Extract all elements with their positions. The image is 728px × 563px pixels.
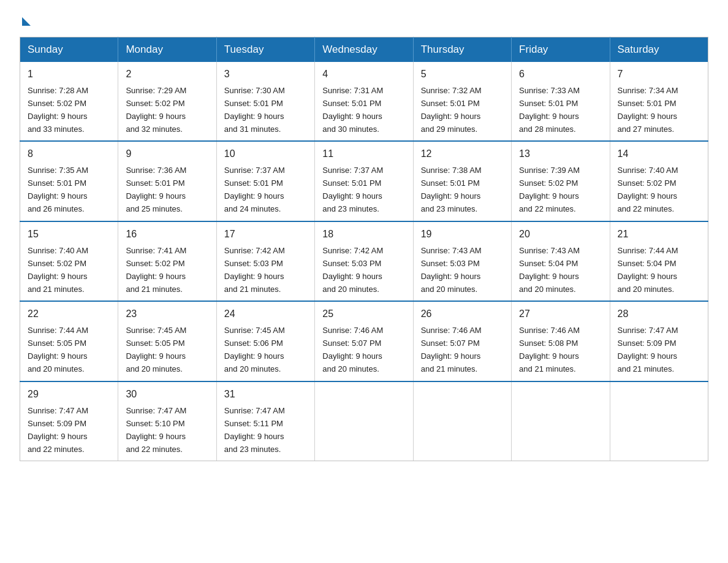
week-row-3: 15Sunrise: 7:40 AMSunset: 5:02 PMDayligh… <box>20 221 708 301</box>
day-number: 28 <box>618 307 700 322</box>
day-info: Sunrise: 7:44 AMSunset: 5:04 PMDaylight:… <box>618 246 678 294</box>
day-info: Sunrise: 7:42 AMSunset: 5:03 PMDaylight:… <box>322 246 383 294</box>
calendar-cell: 11Sunrise: 7:37 AMSunset: 5:01 PMDayligh… <box>315 141 413 221</box>
weekday-header-row: SundayMondayTuesdayWednesdayThursdayFrid… <box>20 37 708 63</box>
calendar-cell: 7Sunrise: 7:34 AMSunset: 5:01 PMDaylight… <box>610 62 708 141</box>
day-number: 10 <box>224 147 307 162</box>
logo <box>20 15 31 26</box>
calendar-cell: 3Sunrise: 7:30 AMSunset: 5:01 PMDaylight… <box>216 62 314 141</box>
day-number: 4 <box>322 67 405 82</box>
calendar-cell: 17Sunrise: 7:42 AMSunset: 5:03 PMDayligh… <box>216 221 314 301</box>
calendar-cell <box>512 381 610 461</box>
day-number: 18 <box>322 227 405 242</box>
header <box>20 15 708 26</box>
day-number: 15 <box>28 227 110 242</box>
calendar-cell: 28Sunrise: 7:47 AMSunset: 5:09 PMDayligh… <box>610 301 708 381</box>
calendar-cell: 16Sunrise: 7:41 AMSunset: 5:02 PMDayligh… <box>118 221 216 301</box>
day-number: 24 <box>224 307 307 322</box>
day-number: 7 <box>618 67 700 82</box>
calendar-cell: 14Sunrise: 7:40 AMSunset: 5:02 PMDayligh… <box>610 141 708 221</box>
day-number: 17 <box>224 227 307 242</box>
calendar-cell: 20Sunrise: 7:43 AMSunset: 5:04 PMDayligh… <box>512 221 610 301</box>
day-number: 16 <box>126 227 208 242</box>
day-info: Sunrise: 7:29 AMSunset: 5:02 PMDaylight:… <box>126 86 186 134</box>
day-info: Sunrise: 7:42 AMSunset: 5:03 PMDaylight:… <box>224 246 285 294</box>
day-info: Sunrise: 7:31 AMSunset: 5:01 PMDaylight:… <box>322 86 383 134</box>
weekday-header-sunday: Sunday <box>20 37 118 63</box>
day-number: 27 <box>519 307 602 322</box>
day-number: 21 <box>618 227 700 242</box>
weekday-header-saturday: Saturday <box>610 37 708 63</box>
calendar-cell <box>315 381 413 461</box>
day-info: Sunrise: 7:39 AMSunset: 5:02 PMDaylight:… <box>519 166 580 213</box>
day-info: Sunrise: 7:30 AMSunset: 5:01 PMDaylight:… <box>224 86 285 134</box>
day-info: Sunrise: 7:45 AMSunset: 5:05 PMDaylight:… <box>126 326 186 373</box>
day-number: 26 <box>421 307 504 322</box>
day-number: 20 <box>519 227 602 242</box>
day-info: Sunrise: 7:46 AMSunset: 5:08 PMDaylight:… <box>519 326 580 373</box>
day-number: 29 <box>28 387 110 402</box>
day-info: Sunrise: 7:37 AMSunset: 5:01 PMDaylight:… <box>322 166 383 213</box>
calendar-cell: 31Sunrise: 7:47 AMSunset: 5:11 PMDayligh… <box>216 381 314 461</box>
day-info: Sunrise: 7:46 AMSunset: 5:07 PMDaylight:… <box>322 326 383 373</box>
calendar-cell <box>610 381 708 461</box>
calendar-cell: 15Sunrise: 7:40 AMSunset: 5:02 PMDayligh… <box>20 221 118 301</box>
calendar-cell <box>413 381 511 461</box>
day-info: Sunrise: 7:33 AMSunset: 5:01 PMDaylight:… <box>519 86 580 134</box>
day-number: 25 <box>322 307 405 322</box>
day-info: Sunrise: 7:46 AMSunset: 5:07 PMDaylight:… <box>421 326 482 373</box>
weekday-header-tuesday: Tuesday <box>216 37 314 63</box>
day-info: Sunrise: 7:32 AMSunset: 5:01 PMDaylight:… <box>421 86 482 134</box>
day-number: 14 <box>618 147 700 162</box>
calendar-cell: 18Sunrise: 7:42 AMSunset: 5:03 PMDayligh… <box>315 221 413 301</box>
calendar-cell: 26Sunrise: 7:46 AMSunset: 5:07 PMDayligh… <box>413 301 511 381</box>
day-info: Sunrise: 7:43 AMSunset: 5:04 PMDaylight:… <box>519 246 580 294</box>
day-number: 6 <box>519 67 602 82</box>
calendar-cell: 19Sunrise: 7:43 AMSunset: 5:03 PMDayligh… <box>413 221 511 301</box>
day-number: 12 <box>421 147 504 162</box>
calendar-cell: 29Sunrise: 7:47 AMSunset: 5:09 PMDayligh… <box>20 381 118 461</box>
day-info: Sunrise: 7:28 AMSunset: 5:02 PMDaylight:… <box>28 86 88 134</box>
day-info: Sunrise: 7:45 AMSunset: 5:06 PMDaylight:… <box>224 326 285 373</box>
weekday-header-wednesday: Wednesday <box>315 37 413 63</box>
weekday-header-monday: Monday <box>118 37 216 63</box>
day-info: Sunrise: 7:38 AMSunset: 5:01 PMDaylight:… <box>421 166 482 213</box>
day-info: Sunrise: 7:47 AMSunset: 5:10 PMDaylight:… <box>126 406 186 454</box>
day-number: 11 <box>322 147 405 162</box>
day-number: 9 <box>126 147 208 162</box>
logo-triangle-icon <box>22 17 31 26</box>
day-info: Sunrise: 7:41 AMSunset: 5:02 PMDaylight:… <box>126 246 186 294</box>
calendar-cell: 21Sunrise: 7:44 AMSunset: 5:04 PMDayligh… <box>610 221 708 301</box>
day-info: Sunrise: 7:35 AMSunset: 5:01 PMDaylight:… <box>28 166 88 213</box>
weekday-header-thursday: Thursday <box>413 37 511 63</box>
day-number: 19 <box>421 227 504 242</box>
calendar-cell: 27Sunrise: 7:46 AMSunset: 5:08 PMDayligh… <box>512 301 610 381</box>
day-info: Sunrise: 7:43 AMSunset: 5:03 PMDaylight:… <box>421 246 482 294</box>
day-info: Sunrise: 7:47 AMSunset: 5:09 PMDaylight:… <box>28 406 88 454</box>
day-info: Sunrise: 7:34 AMSunset: 5:01 PMDaylight:… <box>618 86 678 134</box>
day-number: 1 <box>28 67 110 82</box>
calendar-table: SundayMondayTuesdayWednesdayThursdayFrid… <box>20 37 708 461</box>
calendar-cell: 9Sunrise: 7:36 AMSunset: 5:01 PMDaylight… <box>118 141 216 221</box>
day-number: 30 <box>126 387 208 402</box>
day-info: Sunrise: 7:40 AMSunset: 5:02 PMDaylight:… <box>618 166 678 213</box>
week-row-4: 22Sunrise: 7:44 AMSunset: 5:05 PMDayligh… <box>20 301 708 381</box>
day-info: Sunrise: 7:47 AMSunset: 5:09 PMDaylight:… <box>618 326 678 373</box>
day-number: 23 <box>126 307 208 322</box>
day-number: 13 <box>519 147 602 162</box>
calendar-cell: 2Sunrise: 7:29 AMSunset: 5:02 PMDaylight… <box>118 62 216 141</box>
day-info: Sunrise: 7:36 AMSunset: 5:01 PMDaylight:… <box>126 166 186 213</box>
calendar-cell: 13Sunrise: 7:39 AMSunset: 5:02 PMDayligh… <box>512 141 610 221</box>
calendar-cell: 8Sunrise: 7:35 AMSunset: 5:01 PMDaylight… <box>20 141 118 221</box>
day-number: 8 <box>28 147 110 162</box>
calendar-cell: 23Sunrise: 7:45 AMSunset: 5:05 PMDayligh… <box>118 301 216 381</box>
week-row-5: 29Sunrise: 7:47 AMSunset: 5:09 PMDayligh… <box>20 381 708 461</box>
week-row-2: 8Sunrise: 7:35 AMSunset: 5:01 PMDaylight… <box>20 141 708 221</box>
day-number: 3 <box>224 67 307 82</box>
calendar-cell: 30Sunrise: 7:47 AMSunset: 5:10 PMDayligh… <box>118 381 216 461</box>
day-number: 5 <box>421 67 504 82</box>
weekday-header-friday: Friday <box>512 37 610 63</box>
calendar-cell: 6Sunrise: 7:33 AMSunset: 5:01 PMDaylight… <box>512 62 610 141</box>
calendar-cell: 5Sunrise: 7:32 AMSunset: 5:01 PMDaylight… <box>413 62 511 141</box>
calendar-cell: 1Sunrise: 7:28 AMSunset: 5:02 PMDaylight… <box>20 62 118 141</box>
